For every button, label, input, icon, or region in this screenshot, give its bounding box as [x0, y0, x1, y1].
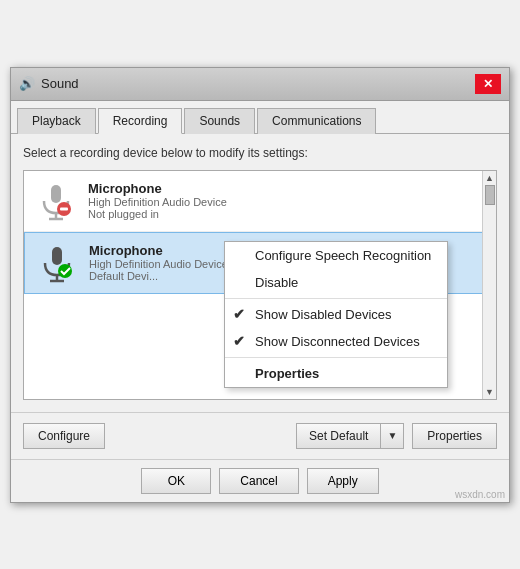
ok-button[interactable]: OK — [141, 468, 211, 494]
description-text: Select a recording device below to modif… — [23, 146, 497, 160]
svg-rect-0 — [51, 185, 61, 203]
set-default-arrow[interactable]: ▼ — [380, 423, 404, 449]
right-buttons: Set Default ▼ Properties — [296, 423, 497, 449]
check-disabled-icon: ✔ — [233, 306, 245, 322]
scrollbar[interactable]: ▲ ▼ — [482, 171, 496, 399]
svg-point-8 — [58, 264, 72, 278]
context-properties[interactable]: Properties — [225, 360, 447, 387]
context-divider-2 — [225, 357, 447, 358]
context-menu: Configure Speech Recognition Disable ✔ S… — [224, 241, 448, 388]
device-info-1: Microphone High Definition Audio Device … — [88, 181, 486, 220]
svg-rect-4 — [60, 207, 68, 210]
action-buttons: Configure Set Default ▼ Properties — [11, 412, 509, 459]
properties-button[interactable]: Properties — [412, 423, 497, 449]
dialog-buttons: OK Cancel Apply — [11, 459, 509, 502]
microphone-icon-1 — [34, 179, 78, 223]
check-disconnected-icon: ✔ — [233, 333, 245, 349]
device-item-1[interactable]: Microphone High Definition Audio Device … — [24, 171, 496, 232]
sound-icon: 🔊 — [19, 76, 35, 92]
svg-rect-5 — [52, 247, 62, 265]
tab-sounds[interactable]: Sounds — [184, 108, 255, 134]
cancel-button[interactable]: Cancel — [219, 468, 298, 494]
configure-button[interactable]: Configure — [23, 423, 105, 449]
close-button[interactable]: ✕ — [475, 74, 501, 94]
device-list[interactable]: Microphone High Definition Audio Device … — [23, 170, 497, 400]
apply-button[interactable]: Apply — [307, 468, 379, 494]
tab-communications[interactable]: Communications — [257, 108, 376, 134]
titlebar-left: 🔊 Sound — [19, 76, 79, 92]
context-show-disconnected[interactable]: ✔ Show Disconnected Devices — [225, 328, 447, 355]
window-title: Sound — [41, 76, 79, 91]
context-disable[interactable]: Disable — [225, 269, 447, 296]
device-detail1-1: High Definition Audio Device — [88, 196, 486, 208]
sound-dialog: 🔊 Sound ✕ Playback Recording Sounds Comm… — [10, 67, 510, 503]
tab-bar: Playback Recording Sounds Communications — [11, 101, 509, 134]
tab-playback[interactable]: Playback — [17, 108, 96, 134]
set-default-button[interactable]: Set Default — [296, 423, 380, 449]
content-area: Select a recording device below to modif… — [11, 134, 509, 412]
device-name-1: Microphone — [88, 181, 486, 196]
context-configure-speech[interactable]: Configure Speech Recognition — [225, 242, 447, 269]
set-default-group: Set Default ▼ — [296, 423, 404, 449]
watermark: wsxdn.com — [455, 489, 505, 500]
titlebar: 🔊 Sound ✕ — [11, 68, 509, 101]
context-divider-1 — [225, 298, 447, 299]
microphone-icon-2 — [35, 241, 79, 285]
context-show-disabled[interactable]: ✔ Show Disabled Devices — [225, 301, 447, 328]
tab-recording[interactable]: Recording — [98, 108, 183, 134]
device-status-1: Not plugged in — [88, 208, 486, 220]
